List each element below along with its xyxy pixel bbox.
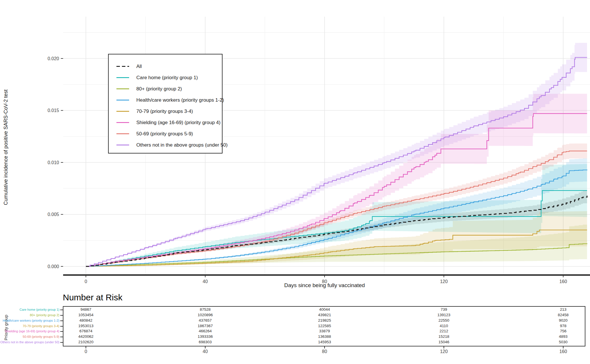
legend-item-80plus: 80+ (priority group 2) (109, 83, 222, 94)
risk-axis-tick (444, 346, 444, 348)
risk-cell: 698303 (174, 340, 237, 344)
risk-cell: 87528 (174, 307, 237, 312)
risk-cell: 739 (412, 307, 476, 312)
y-tick-label: 0.005 (48, 212, 59, 217)
risk-cell: 94867 (54, 307, 118, 312)
y-tick-label: 0.015 (48, 108, 59, 113)
y-tick-label: 0.010 (48, 160, 59, 165)
risk-cell: 15218 (412, 334, 476, 339)
legend-label: Others not in the above groups (under 50… (136, 142, 228, 148)
figure: 040801201600.0000.0050.0100.0150.020 Cum… (0, 0, 590, 364)
risk-row-label: 70-79 (priority groups 3-4) (23, 324, 59, 328)
risk-cell: 33879 (293, 329, 356, 333)
risk-cell: 439821 (293, 313, 356, 317)
risk-cell: 145953 (293, 340, 356, 344)
risk-cell: 1393336 (174, 334, 237, 339)
risk-cell: 978 (531, 324, 590, 328)
risk-cell: 136388 (293, 334, 356, 339)
risk-cell: 1053454 (54, 313, 118, 317)
legend-swatch-all (116, 66, 129, 67)
y-tick-label: 0.000 (48, 264, 59, 269)
risk-cell: 9020 (531, 318, 590, 323)
legend-label: 70-79 (priority groups 3-4) (136, 109, 193, 114)
risk-axis-label: 120 (435, 349, 453, 354)
risk-axis-tick (205, 346, 206, 348)
survival-plot: 040801201600.0000.0050.0100.0150.020 (0, 0, 590, 291)
x-tick-label: 160 (559, 279, 567, 284)
risk-cell: 676874 (54, 329, 118, 333)
y-tick-label: 0.020 (48, 56, 59, 61)
risk-cell: 1020896 (174, 313, 237, 317)
risk-cell: 4110 (412, 324, 476, 328)
risk-row-label: Others not in the above groups (under 50… (0, 340, 59, 344)
legend-label: All (136, 64, 142, 69)
risk-table-title: Number at Risk (63, 293, 122, 302)
legend-item-care-home: Care home (priority group 1) (109, 72, 222, 83)
x-tick-label: 120 (440, 279, 448, 284)
legend-label: 80+ (priority group 2) (136, 86, 182, 92)
risk-cell: 122585 (293, 324, 356, 328)
legend-item-shielding: Shielding (age 16-69) (priority group 4) (109, 117, 222, 128)
risk-cell: 22550 (412, 318, 476, 323)
legend-label: 50-69 (priority groups 5-9) (136, 131, 193, 137)
risk-axis-tick (563, 346, 563, 348)
risk-axis-tick (86, 346, 86, 348)
risk-axis-label: 80 (316, 349, 333, 354)
legend-swatch-70-79 (116, 111, 129, 112)
risk-cell: 437657 (174, 318, 237, 323)
legend-swatch-health-care-workers (116, 100, 129, 101)
legend-swatch-80plus (116, 88, 129, 89)
legend-label: Health/care workers (priority groups 1-2… (136, 97, 224, 103)
legend-item-all: All (109, 61, 222, 72)
risk-cell: 5030 (531, 340, 590, 344)
risk-cell: 2102620 (54, 340, 118, 344)
x-tick-label: 40 (203, 279, 208, 284)
legend-item-50-69: 50-69 (priority groups 5-9) (109, 128, 222, 139)
risk-cell: 466264 (174, 329, 237, 333)
legend-label: Care home (priority group 1) (136, 75, 198, 81)
y-axis-title: Cumulative incidence of positive SARS-Co… (3, 90, 9, 205)
legend-label: Shielding (age 16-69) (priority group 4) (136, 120, 220, 126)
risk-row-label: 50-69 (priority groups 5-9) (23, 335, 59, 338)
risk-cell: 40044 (293, 307, 356, 312)
risk-axis-label: 40 (197, 349, 214, 354)
risk-row-label: Health/care workers (priority groups 1-2… (3, 319, 59, 322)
risk-cell: 1953013 (54, 324, 118, 328)
risk-cell: 4893 (531, 334, 590, 339)
risk-cell: 480842 (54, 318, 118, 323)
legend-item-health-care-workers: Health/care workers (priority groups 1-2… (109, 94, 222, 106)
legend-item-others: Others not in the above groups (under 50… (109, 139, 222, 151)
legend-swatch-shielding (116, 122, 129, 123)
risk-axis-label: 0 (77, 349, 95, 354)
x-axis-title: Days since being fully vaccinated (209, 282, 440, 289)
risk-cell: 4420062 (54, 334, 118, 339)
risk-row-label: Shielding (age 16-69) (priority group 4) (5, 329, 59, 333)
legend: All Care home (priority group 1) 80+ (pr… (108, 54, 223, 153)
legend-swatch-care-home (116, 77, 129, 78)
risk-cell: 15046 (412, 340, 476, 344)
risk-cell: 82458 (531, 313, 590, 317)
risk-cell: 1867367 (174, 324, 237, 328)
risk-axis-tick (324, 346, 325, 348)
risk-cell: 219825 (293, 318, 356, 323)
legend-swatch-50-69 (116, 133, 129, 134)
legend-swatch-others (116, 145, 129, 145)
risk-cell: 213 (531, 307, 590, 312)
risk-cell: 2212 (412, 329, 476, 333)
risk-axis-label: 160 (555, 349, 572, 354)
risk-cell: 139123 (412, 313, 476, 317)
risk-row-label: Care home (priority group 1) (20, 308, 59, 311)
legend-item-70-79: 70-79 (priority groups 3-4) (109, 106, 222, 117)
x-tick-label: 0 (85, 279, 87, 284)
risk-cell: 756 (531, 329, 590, 333)
